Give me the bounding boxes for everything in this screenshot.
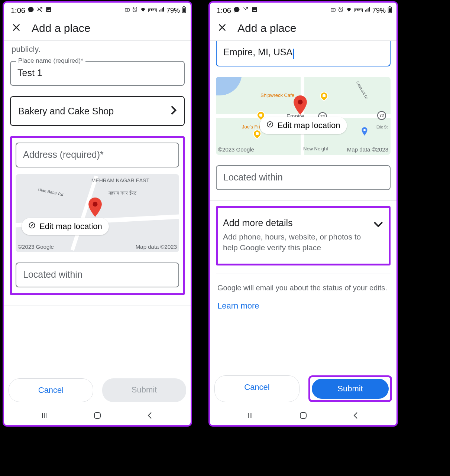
submit-button[interactable]: Submit xyxy=(312,379,389,399)
battery-percent: 79% xyxy=(166,7,180,14)
more-details-title: Add more details xyxy=(223,218,367,228)
edit-map-location-button[interactable]: Edit map location xyxy=(260,117,347,134)
chat-icon xyxy=(233,6,240,15)
svg-rect-12 xyxy=(389,8,391,12)
alarm-icon xyxy=(338,7,344,14)
located-within-placeholder: Located within xyxy=(223,172,283,182)
battery-icon xyxy=(388,6,392,15)
back-icon[interactable] xyxy=(351,411,360,421)
status-time: 1:06 xyxy=(217,6,231,15)
home-icon[interactable] xyxy=(93,411,102,421)
place-name-label: Place name (required)* xyxy=(16,57,85,65)
map-preview[interactable]: MEHRAM NAGAR EAST महराम नगर ईस्ट Ulan Ba… xyxy=(16,174,179,252)
svg-point-5 xyxy=(93,202,97,206)
phone-screenshot-right: 1:06 LTE1 79% Add a place Empire, MI, US… xyxy=(208,1,398,427)
category-selector[interactable]: Bakery and Cake Shop xyxy=(10,96,185,126)
image-icon xyxy=(45,6,52,15)
more-details-subtitle: Add phone, hours, website, or photos to … xyxy=(223,231,367,253)
map-copyright: ©2023 Google xyxy=(18,244,54,250)
bottom-action-bar: Cancel Submit xyxy=(210,370,396,406)
svg-rect-7 xyxy=(94,413,100,418)
submit-button-highlight: Submit xyxy=(308,375,392,402)
chevron-down-icon xyxy=(373,218,383,229)
page-title: Add a place xyxy=(237,22,296,35)
address-value: Empire, MI, USA xyxy=(223,47,292,57)
bottom-action-bar: Cancel Submit xyxy=(4,373,191,406)
page-title: Add a place xyxy=(32,22,90,35)
missed-call-icon xyxy=(242,6,249,15)
location-section-highlight: Address (required)* MEHRAM NAGAR EAST मह… xyxy=(10,136,185,295)
app-header: Add a place xyxy=(210,17,396,41)
wifi-icon xyxy=(346,7,352,14)
located-within-field[interactable]: Located within xyxy=(16,263,179,287)
map-data-attribution: Map data ©2023 xyxy=(347,146,388,153)
signal-icon xyxy=(159,7,165,14)
form-content: Empire, MI, USA Shipwreck Cafe Empire Jo… xyxy=(210,41,396,370)
svg-rect-3 xyxy=(183,6,185,7)
add-more-details-row[interactable]: Add more details Add phone, hours, websi… xyxy=(221,211,386,260)
status-bar: 1:06 LTE1 79% xyxy=(4,3,191,17)
recents-icon[interactable] xyxy=(41,411,49,421)
alarm-icon xyxy=(132,7,138,14)
located-within-placeholder: Located within xyxy=(23,269,82,280)
svg-point-14 xyxy=(298,100,302,105)
place-name-field[interactable]: Place name (required)* Test 1 xyxy=(10,61,185,86)
more-details-highlight: Add more details Add phone, hours, websi… xyxy=(216,206,391,265)
svg-rect-4 xyxy=(183,8,185,12)
address-field[interactable]: Address (required)* xyxy=(16,143,179,167)
status-bar: 1:06 LTE1 79% xyxy=(210,3,396,17)
recents-icon[interactable] xyxy=(246,411,255,421)
battery-percent: 79% xyxy=(372,7,386,14)
address-placeholder: Address (required)* xyxy=(23,149,104,160)
email-status-text: Google will email you about the status o… xyxy=(216,274,391,299)
edit-location-icon xyxy=(266,121,274,130)
svg-rect-11 xyxy=(389,6,391,7)
battery-saver-icon xyxy=(124,7,130,14)
close-icon[interactable] xyxy=(217,23,227,34)
located-within-field[interactable]: Located within xyxy=(216,165,391,190)
svg-rect-16 xyxy=(300,413,306,418)
learn-more-link[interactable]: Learn more xyxy=(216,299,261,318)
image-icon xyxy=(251,6,258,15)
battery-icon xyxy=(182,6,186,15)
battery-saver-icon xyxy=(330,7,336,14)
edit-location-icon xyxy=(28,222,36,231)
android-nav-bar xyxy=(4,406,191,425)
cancel-button[interactable]: Cancel xyxy=(214,375,300,402)
text-cursor xyxy=(293,49,294,59)
wifi-icon xyxy=(140,7,146,14)
app-header: Add a place xyxy=(4,17,191,41)
phone-screenshot-left: 1:06 LTE1 79% Add a place publ xyxy=(3,1,192,427)
network-type-badge: LTE1 xyxy=(148,9,157,12)
close-icon[interactable] xyxy=(12,23,21,34)
place-name-value: Test 1 xyxy=(17,68,42,78)
form-content: publicly. Place name (required)* Test 1 … xyxy=(4,41,191,373)
android-nav-bar xyxy=(210,406,396,425)
chat-icon xyxy=(27,6,34,15)
submit-button-disabled: Submit xyxy=(102,378,186,402)
category-value: Bakery and Cake Shop xyxy=(18,106,114,117)
signal-icon xyxy=(365,7,370,14)
map-pin-icon xyxy=(88,198,103,218)
svg-point-13 xyxy=(363,129,366,131)
map-pin-icon xyxy=(293,95,308,116)
edit-map-location-button[interactable]: Edit map location xyxy=(22,218,109,235)
status-time: 1:06 xyxy=(11,6,25,15)
network-type-badge: LTE1 xyxy=(354,9,363,12)
map-copyright: ©2023 Google xyxy=(218,146,254,153)
address-field-focused[interactable]: Empire, MI, USA xyxy=(216,41,391,66)
map-preview[interactable]: Shipwreck Cafe Empire Joe's Friendly Tav… xyxy=(216,77,391,155)
missed-call-icon xyxy=(36,6,43,15)
chevron-right-icon xyxy=(171,105,177,117)
cancel-button[interactable]: Cancel xyxy=(9,378,93,402)
back-icon[interactable] xyxy=(145,411,154,421)
map-data-attribution: Map data ©2023 xyxy=(136,244,177,250)
home-icon[interactable] xyxy=(299,411,308,421)
